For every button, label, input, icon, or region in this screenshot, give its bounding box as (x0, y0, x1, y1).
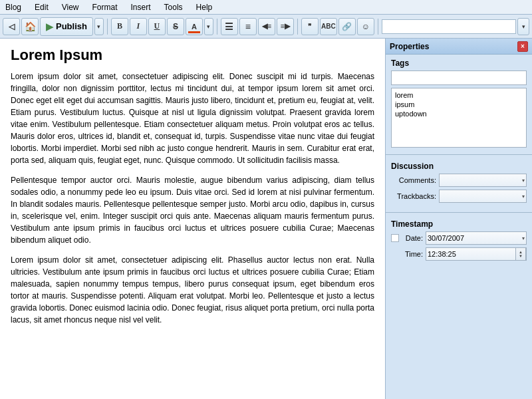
menu-view[interactable]: View (59, 2, 82, 13)
publish-label: Publish (56, 21, 87, 31)
panel-header: Properties × (386, 39, 532, 55)
comments-row: Comments: ▾ (391, 174, 527, 187)
indent-decrease-button[interactable]: ◀≡ (258, 18, 275, 35)
back-button[interactable]: ◁ (3, 18, 20, 35)
document-title: Lorem Ipsum (11, 47, 374, 64)
spell-check-button[interactable]: ABC (320, 18, 337, 35)
panel-close-button[interactable]: × (517, 41, 528, 52)
tags-section: Tags lorem ipsum uptodown (386, 55, 532, 152)
bold-button[interactable]: B (111, 18, 128, 35)
timestamp-section: Timestamp Date: 30/07/2007 ▾ Time: 12:38… (386, 215, 532, 267)
discussion-section: Discussion Comments: ▾ Trackbacks: ▾ (386, 158, 532, 209)
font-color-dropdown[interactable]: ▾ (204, 18, 213, 35)
date-dropdown[interactable]: 30/07/2007 ▾ (426, 231, 527, 245)
publish-button[interactable]: ▶ Publish (40, 17, 93, 36)
separator-4 (378, 19, 378, 35)
panel-divider-2 (386, 212, 532, 213)
comments-label: Comments: (391, 176, 436, 184)
separator-1 (107, 19, 108, 35)
menu-help[interactable]: Help (194, 2, 215, 13)
tags-input[interactable] (391, 70, 527, 85)
discussion-section-title: Discussion (391, 162, 527, 171)
trackbacks-row: Trackbacks: ▾ (391, 190, 527, 203)
tag-item-ipsum[interactable]: ipsum (394, 100, 524, 109)
time-label: Time: (402, 250, 423, 258)
paragraph-2: Pellentesque tempor auctor orci. Mauris … (11, 174, 374, 246)
link-button[interactable]: 🔗 (338, 18, 356, 35)
menu-bar: Blog Edit View Format Insert Tools Help (0, 0, 532, 15)
menu-edit[interactable]: Edit (32, 2, 51, 13)
date-dropdown-arrow: ▾ (522, 235, 525, 241)
strikethrough-button[interactable]: S (167, 18, 184, 35)
address-dropdown[interactable]: ▾ (517, 18, 529, 35)
document-body: Lorem ipsum dolor sit amet, consectetuer… (11, 70, 374, 326)
comments-dropdown-arrow: ▾ (522, 178, 525, 184)
time-value: 12:38:25 (426, 250, 515, 258)
trackbacks-dropdown-arrow: ▾ (522, 194, 525, 200)
tags-section-title: Tags (391, 59, 527, 68)
emoji-button[interactable]: ☺ (357, 18, 374, 35)
time-row: Time: 12:38:25 ▲ ▼ (391, 247, 527, 261)
underline-button[interactable]: U (148, 18, 166, 35)
paragraph-3: Lorem ipsum dolor sit amet, consectetuer… (11, 254, 374, 326)
publish-dropdown[interactable]: ▾ (94, 18, 104, 35)
unordered-list-button[interactable]: ☰ (221, 18, 238, 35)
date-row: Date: 30/07/2007 ▾ (391, 231, 527, 245)
italic-button[interactable]: I (130, 18, 147, 35)
indent-increase-button[interactable]: ≡▶ (277, 18, 294, 35)
menu-format[interactable]: Format (90, 2, 120, 13)
menu-tools[interactable]: Tools (162, 2, 186, 13)
trackbacks-label: Trackbacks: (391, 192, 436, 200)
font-color-button[interactable]: A (186, 18, 203, 35)
spinner-down-icon: ▼ (519, 254, 523, 258)
paragraph-1: Lorem ipsum dolor sit amet, consectetuer… (11, 70, 374, 166)
separator-3 (297, 19, 298, 35)
tags-list[interactable]: lorem ipsum uptodown (391, 88, 527, 148)
properties-panel: Properties × Tags lorem ipsum uptodown D… (386, 39, 532, 399)
date-checkbox[interactable] (391, 234, 399, 242)
home-button[interactable]: 🏠 (21, 18, 39, 35)
date-value: 30/07/2007 (428, 234, 464, 242)
publish-icon: ▶ (46, 21, 53, 32)
editor-area[interactable]: Lorem Ipsum Lorem ipsum dolor sit amet, … (0, 39, 386, 399)
time-spinner[interactable]: ▲ ▼ (515, 247, 526, 261)
comments-dropdown[interactable]: ▾ (439, 174, 527, 187)
ordered-list-button[interactable]: ≡ (239, 18, 257, 35)
main-layout: Lorem Ipsum Lorem ipsum dolor sit amet, … (0, 39, 532, 399)
blockquote-button[interactable]: ❞ (301, 18, 319, 35)
tag-item-lorem[interactable]: lorem (394, 90, 524, 100)
address-bar[interactable] (382, 19, 516, 34)
tag-item-uptodown[interactable]: uptodown (394, 109, 524, 118)
panel-title: Properties (390, 42, 429, 51)
menu-blog[interactable]: Blog (3, 2, 24, 13)
trackbacks-dropdown[interactable]: ▾ (439, 190, 527, 203)
panel-divider-1 (386, 154, 532, 155)
timestamp-section-title: Timestamp (391, 219, 527, 229)
menu-insert[interactable]: Insert (128, 2, 154, 13)
separator-2 (217, 19, 217, 35)
toolbar: ◁ 🏠 ▶ Publish ▾ B I U S A ▾ ☰ ≡ ◀≡ ≡▶ ❞ … (0, 15, 532, 39)
date-label: Date: (402, 234, 423, 242)
